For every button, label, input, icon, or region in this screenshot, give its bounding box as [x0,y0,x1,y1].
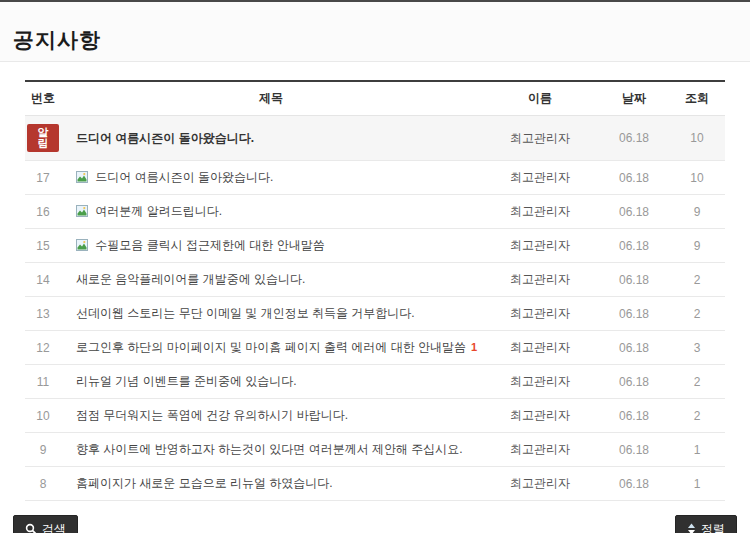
post-date: 06.18 [599,433,669,467]
author-name: 최고관리자 [481,365,599,399]
row-number: 15 [25,229,61,263]
author-name: 최고관리자 [481,116,599,161]
view-count: 2 [669,399,725,433]
post-title-link[interactable]: 점점 무더워지는 폭염에 건강 유의하시기 바랍니다. [76,408,348,422]
post-title-link[interactable]: 드디어 여름시즌이 돌아왔습니다. [95,170,273,184]
col-header-name: 이름 [481,81,599,116]
view-count: 10 [669,161,725,195]
row-number: 10 [25,399,61,433]
row-number: 12 [25,331,61,365]
col-header-views: 조회 [669,81,725,116]
sort-button-label: 정렬 [701,522,725,533]
notice-table-body: 알림드디어 여름시즌이 돌아왔습니다.최고관리자06.181017 드디어 여름… [25,116,725,501]
table-row: 11리뉴얼 기념 이벤트를 준비중에 있습니다.최고관리자06.182 [25,365,725,399]
sort-icon [687,523,696,533]
post-title-link[interactable]: 선데이웹 스토리는 무단 이메일 및 개인정보 취득을 거부합니다. [76,306,415,320]
author-name: 최고관리자 [481,433,599,467]
row-number: 14 [25,263,61,297]
author-name: 최고관리자 [481,263,599,297]
row-number: 11 [25,365,61,399]
sort-button[interactable]: 정렬 [675,515,737,533]
view-count: 2 [669,297,725,331]
author-name: 최고관리자 [481,399,599,433]
view-count: 1 [669,433,725,467]
table-row: 14새로운 음악플레이어를 개발중에 있습니다.최고관리자06.182 [25,263,725,297]
table-row: 15 수필모음 클릭시 접근제한에 대한 안내말씀최고관리자06.189 [25,229,725,263]
image-attachment-icon [76,205,88,220]
table-row: 9향후 사이트에 반영하고자 하는것이 있다면 여러분께서 제안해 주십시요.최… [25,433,725,467]
view-count: 2 [669,365,725,399]
col-header-title: 제목 [61,81,481,116]
image-attachment-icon [76,171,88,186]
image-attachment-icon [76,239,88,254]
post-date: 06.18 [599,399,669,433]
table-row: 8홈페이지가 새로운 모습으로 리뉴얼 하였습니다.최고관리자06.181 [25,467,725,501]
post-date: 06.18 [599,297,669,331]
table-header-row: 번호 제목 이름 날짜 조회 [25,81,725,116]
notice-board-page: 공지사항 번호 제목 이름 날짜 조회 알림드디어 여름시즌이 돌아왔습니다.최… [0,0,750,533]
table-row: 12로그인후 하단의 마이페이지 및 마이홈 페이지 출력 에러에 대한 안내말… [25,331,725,365]
author-name: 최고관리자 [481,467,599,501]
post-date: 06.18 [599,161,669,195]
author-name: 최고관리자 [481,229,599,263]
toolbar: 검색 정렬 [13,515,737,533]
row-number: 8 [25,467,61,501]
view-count: 1 [669,467,725,501]
author-name: 최고관리자 [481,195,599,229]
page-title: 공지사항 [13,26,750,54]
post-title-link[interactable]: 드디어 여름시즌이 돌아왔습니다. [76,131,254,145]
post-date: 06.18 [599,116,669,161]
search-icon [25,523,37,533]
row-number: 9 [25,433,61,467]
content: 번호 제목 이름 날짜 조회 알림드디어 여름시즌이 돌아왔습니다.최고관리자0… [0,80,750,533]
notice-pinned-row: 알림드디어 여름시즌이 돌아왔습니다.최고관리자06.1810 [25,116,725,161]
table-row: 13선데이웹 스토리는 무단 이메일 및 개인정보 취득을 거부합니다.최고관리… [25,297,725,331]
page-header: 공지사항 [0,2,750,62]
post-title-link[interactable]: 여러분께 알려드립니다. [95,204,222,218]
author-name: 최고관리자 [481,161,599,195]
post-date: 06.18 [599,331,669,365]
view-count: 9 [669,229,725,263]
post-title-link[interactable]: 로그인후 하단의 마이페이지 및 마이홈 페이지 출력 에러에 대한 안내말씀 [76,340,466,354]
view-count: 10 [669,116,725,161]
comment-count-badge: 1 [471,341,477,353]
row-number: 16 [25,195,61,229]
post-title-link[interactable]: 새로운 음악플레이어를 개발중에 있습니다. [76,272,305,286]
view-count: 3 [669,331,725,365]
search-button[interactable]: 검색 [13,515,78,533]
post-date: 06.18 [599,467,669,501]
table-row: 16 여러분께 알려드립니다.최고관리자06.189 [25,195,725,229]
post-title-link[interactable]: 홈페이지가 새로운 모습으로 리뉴얼 하였습니다. [76,476,333,490]
notice-table: 번호 제목 이름 날짜 조회 알림드디어 여름시즌이 돌아왔습니다.최고관리자0… [25,80,725,501]
table-row: 17 드디어 여름시즌이 돌아왔습니다.최고관리자06.1810 [25,161,725,195]
post-title-link[interactable]: 리뉴얼 기념 이벤트를 준비중에 있습니다. [76,374,297,388]
col-header-number: 번호 [25,81,61,116]
post-date: 06.18 [599,263,669,297]
post-title-link[interactable]: 수필모음 클릭시 접근제한에 대한 안내말씀 [95,238,324,252]
row-number: 13 [25,297,61,331]
view-count: 2 [669,263,725,297]
post-date: 06.18 [599,195,669,229]
author-name: 최고관리자 [481,331,599,365]
col-header-date: 날짜 [599,81,669,116]
notice-badge: 알림 [27,124,59,152]
author-name: 최고관리자 [481,297,599,331]
row-number: 17 [25,161,61,195]
post-date: 06.18 [599,229,669,263]
search-button-label: 검색 [42,522,66,533]
post-title-link[interactable]: 향후 사이트에 반영하고자 하는것이 있다면 여러분께서 제안해 주십시요. [76,442,463,456]
post-date: 06.18 [599,365,669,399]
view-count: 9 [669,195,725,229]
table-row: 10점점 무더워지는 폭염에 건강 유의하시기 바랍니다.최고관리자06.182 [25,399,725,433]
